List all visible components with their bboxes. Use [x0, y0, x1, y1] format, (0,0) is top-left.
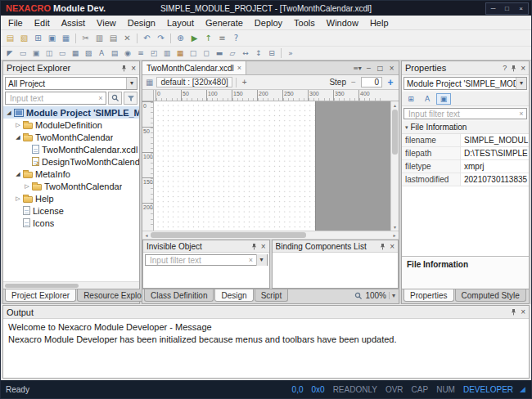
redo-icon[interactable]: ↷: [154, 32, 168, 44]
help-icon[interactable]: ?: [503, 64, 507, 72]
property-section-header[interactable]: ▾ File Information: [402, 121, 529, 134]
close-icon[interactable]: ×: [521, 64, 525, 73]
explorer-tab[interactable]: Project Explorer: [5, 289, 76, 302]
menu-item[interactable]: Design: [122, 16, 161, 29]
new-project-icon[interactable]: ▤: [3, 32, 17, 44]
select-tool-icon[interactable]: ◤: [3, 48, 16, 59]
cut-icon[interactable]: ✂: [79, 32, 92, 44]
scroll-up-icon[interactable]: ▴: [391, 101, 399, 109]
property-filter-input[interactable]: [407, 109, 516, 119]
add-form-size-button[interactable]: +: [240, 78, 250, 87]
tree-item[interactable]: ◢ TwoMonthCalendar: [3, 131, 139, 143]
property-target-dropdown[interactable]: Module Project 'SIMPLE_MODULE_PROJECT' ▾: [404, 77, 527, 90]
tree-item[interactable]: ◢ MetaInfo: [3, 168, 139, 180]
pin-icon[interactable]: [510, 308, 517, 316]
deploy-icon[interactable]: ↑: [201, 32, 215, 44]
tree-component-icon[interactable]: ⊟: [265, 48, 278, 59]
zoom-level[interactable]: 100%: [365, 291, 386, 300]
save-all-icon[interactable]: ▦: [59, 32, 73, 44]
save-icon[interactable]: ▣: [45, 32, 59, 44]
image-component-icon[interactable]: ▨: [82, 48, 95, 59]
clear-icon[interactable]: ×: [246, 256, 256, 264]
settings-icon[interactable]: ≡: [215, 32, 229, 44]
generate-icon[interactable]: ▶: [187, 32, 201, 44]
menu-item[interactable]: Layout: [161, 16, 200, 29]
copy-icon[interactable]: ▥: [92, 32, 106, 44]
tree-item[interactable]: ◢ Module Project 'SIMPLE_MODULE_PROJECT': [3, 106, 139, 119]
designer-tab[interactable]: Script: [255, 289, 289, 302]
edit-window-icon[interactable]: ▣: [436, 93, 451, 105]
tree-item[interactable]: ▷ Help: [3, 192, 139, 204]
scrollbar-thumb[interactable]: [151, 232, 306, 238]
close-icon[interactable]: ×: [521, 307, 525, 316]
search-icon[interactable]: [108, 92, 122, 105]
vertical-scrollbar[interactable]: ▴ ▾: [390, 101, 399, 231]
tree-expander-icon[interactable]: ◢: [5, 110, 13, 116]
radio-component-icon[interactable]: ◉: [121, 48, 134, 59]
delete-icon[interactable]: ✕: [120, 32, 134, 44]
open-project-icon[interactable]: ▧: [17, 32, 31, 44]
project-filter-input[interactable]: [8, 93, 96, 104]
tree-item[interactable]: License: [3, 204, 139, 217]
tree-expander-icon[interactable]: ▷: [23, 183, 31, 190]
menu-item[interactable]: View: [91, 16, 122, 29]
pin-icon[interactable]: [120, 65, 128, 72]
help-icon[interactable]: ?: [229, 32, 243, 44]
designer-tab[interactable]: Design: [214, 289, 253, 302]
tree-expander-icon[interactable]: ▷: [14, 122, 22, 128]
tree-item[interactable]: DesignTwoMonthCalendar.js: [3, 155, 139, 168]
tree-item[interactable]: ▷ TwoMonthCalendar: [3, 180, 139, 192]
resize-grip-icon[interactable]: ◢: [520, 385, 525, 393]
restore-document-icon[interactable]: □: [375, 65, 385, 72]
tree-item[interactable]: Icons: [3, 217, 139, 229]
scrollbar-thumb[interactable]: [392, 110, 398, 155]
designer-tab[interactable]: Class Definition: [144, 289, 214, 302]
property-value[interactable]: SIMPLE_MODUL: [461, 134, 529, 146]
scroll-down-icon[interactable]: ▾: [391, 223, 399, 231]
property-value[interactable]: xmprj: [461, 160, 529, 173]
close-icon[interactable]: ×: [237, 64, 241, 72]
progressbar-component-icon[interactable]: ▱: [226, 48, 239, 59]
pin-icon[interactable]: [510, 65, 517, 72]
pin-icon[interactable]: [250, 243, 258, 250]
tree-item[interactable]: ▷ ModuleDefinition: [3, 119, 139, 131]
tree-expander-icon[interactable]: ◢: [14, 134, 22, 141]
spin-component-icon[interactable]: ↕: [252, 48, 265, 59]
invisible-filter-input[interactable]: [148, 255, 246, 266]
menu-item[interactable]: Edit: [29, 16, 56, 29]
menu-item[interactable]: Generate: [200, 16, 249, 29]
close-icon[interactable]: ×: [390, 242, 394, 251]
horizontal-scrollbar[interactable]: [3, 281, 139, 289]
chevron-down-icon[interactable]: ▾: [256, 254, 267, 266]
properties-tab[interactable]: Properties: [404, 289, 454, 302]
add-item-icon[interactable]: ⊞: [31, 32, 45, 44]
form-surface[interactable]: [154, 101, 316, 231]
document-list-icon[interactable]: ≡▾: [352, 65, 363, 72]
textarea-component-icon[interactable]: ▥: [160, 48, 174, 59]
form-size-selector[interactable]: default : [320x480]: [156, 77, 232, 87]
chevron-down-icon[interactable]: ▾: [126, 78, 137, 89]
sort-alpha-icon[interactable]: A: [420, 93, 435, 105]
scroll-left-icon[interactable]: ◂: [142, 231, 151, 239]
property-value[interactable]: D:\TEST\SIMPLE: [461, 147, 529, 159]
edit-component-icon[interactable]: ▭: [56, 48, 69, 59]
more-components-icon[interactable]: »: [284, 48, 297, 59]
category-view-icon[interactable]: ⊞: [404, 93, 418, 105]
minimize-button[interactable]: ─: [486, 3, 500, 14]
property-value[interactable]: 20210730113835: [461, 173, 529, 186]
menubar-component-icon[interactable]: ▬: [213, 48, 226, 59]
step-increase-button[interactable]: +: [385, 77, 395, 88]
groupbox-component-icon[interactable]: ◻: [200, 48, 213, 59]
checkbox-component-icon[interactable]: ▣: [29, 48, 43, 59]
tree-expander-icon[interactable]: ◢: [14, 171, 22, 177]
chevron-down-icon[interactable]: ▾: [516, 78, 526, 89]
calendar-component-icon[interactable]: ▦: [174, 48, 187, 59]
slider-component-icon[interactable]: ↔: [239, 48, 252, 59]
static-component-icon[interactable]: ≡: [134, 48, 147, 59]
chevron-down-icon[interactable]: ▾: [389, 292, 395, 299]
div-component-icon[interactable]: □: [187, 48, 200, 59]
undo-icon[interactable]: ↶: [140, 32, 154, 44]
clear-icon[interactable]: ×: [96, 94, 106, 102]
scroll-right-icon[interactable]: ▸: [390, 231, 399, 239]
close-button[interactable]: ×: [514, 3, 528, 14]
